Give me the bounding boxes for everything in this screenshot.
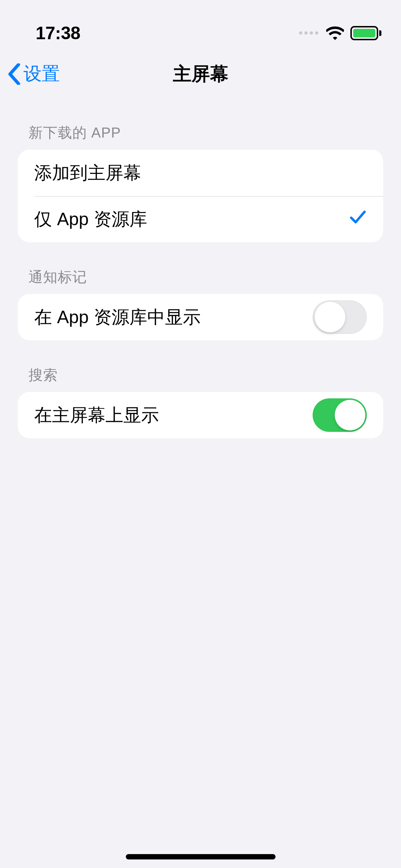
wifi-icon — [326, 26, 344, 40]
chevron-left-icon — [7, 63, 21, 85]
section-header-new-downloads: 新下载的 APP — [18, 98, 383, 150]
toggle-show-in-library[interactable] — [313, 300, 367, 334]
battery-icon — [350, 26, 381, 40]
row-label: 在主屏幕上显示 — [34, 403, 159, 427]
status-indicators — [299, 26, 381, 40]
back-button[interactable]: 设置 — [7, 62, 60, 86]
checkmark-icon — [349, 208, 367, 230]
row-show-on-home: 在主屏幕上显示 — [18, 392, 383, 438]
section-header-search: 搜索 — [18, 340, 383, 392]
group-badges: 在 App 资源库中显示 — [18, 294, 383, 340]
row-show-in-library: 在 App 资源库中显示 — [18, 294, 383, 340]
row-label: 在 App 资源库中显示 — [34, 305, 201, 329]
status-time: 17:38 — [36, 23, 80, 43]
back-label: 设置 — [24, 62, 60, 86]
status-bar: 17:38 — [0, 0, 401, 50]
group-search: 在主屏幕上显示 — [18, 392, 383, 438]
option-label: 仅 App 资源库 — [34, 207, 147, 231]
home-indicator[interactable] — [126, 854, 276, 859]
toggle-show-on-home[interactable] — [313, 398, 367, 432]
option-add-to-home[interactable]: 添加到主屏幕 — [18, 150, 383, 196]
section-header-badges: 通知标记 — [18, 242, 383, 294]
cellular-dots-icon — [299, 31, 318, 35]
group-new-downloads: 添加到主屏幕 仅 App 资源库 — [18, 150, 383, 242]
option-app-library-only[interactable]: 仅 App 资源库 — [18, 196, 383, 242]
option-label: 添加到主屏幕 — [34, 161, 141, 185]
page-title: 主屏幕 — [0, 62, 401, 87]
nav-bar: 设置 主屏幕 — [0, 50, 401, 98]
